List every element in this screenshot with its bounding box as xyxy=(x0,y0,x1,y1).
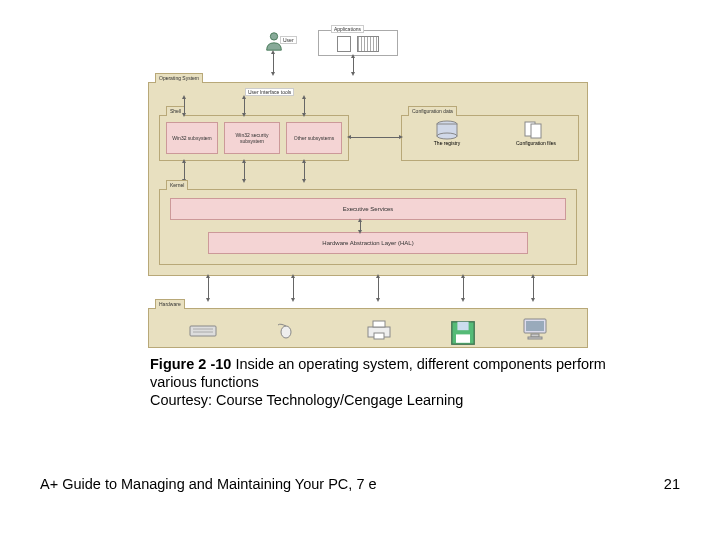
footer-book-title: A+ Guide to Managing and Maintaining You… xyxy=(40,476,377,492)
figure-caption: Figure 2 -10 Inside an operating system,… xyxy=(150,355,640,409)
hal-box: Hardware Abstraction Layer (HAL) xyxy=(208,232,528,254)
svg-rect-14 xyxy=(457,322,468,330)
operating-system-panel: Operating System User Interface tools Sh… xyxy=(148,82,588,276)
shell-panel: Shell Win32 subsystem Win32 security sub… xyxy=(159,115,349,161)
svg-point-0 xyxy=(270,33,277,40)
printer-icon xyxy=(365,319,393,339)
kernel-tab: Kernel xyxy=(166,180,188,190)
svg-rect-11 xyxy=(373,321,385,327)
monitor-icon xyxy=(521,317,549,337)
kernel-panel: Kernel Executive Services Hardware Abstr… xyxy=(159,189,577,265)
config-files-box: Configuration files xyxy=(498,120,574,156)
figure-courtesy: Courtesy: Course Technology/Cengage Lear… xyxy=(150,392,463,408)
config-panel: Configuration data The registry Configur… xyxy=(401,115,579,161)
shell-config-link xyxy=(350,137,400,138)
ui-tools-label: User Interface tools xyxy=(245,88,294,96)
applications-box: Applications xyxy=(318,30,398,56)
svg-rect-17 xyxy=(526,321,544,331)
user-label: User xyxy=(280,36,297,44)
svg-rect-6 xyxy=(190,326,216,336)
os-panel-tab: Operating System xyxy=(155,73,203,83)
registry-box: The registry xyxy=(412,120,482,156)
executive-services: Executive Services xyxy=(170,198,566,220)
hardware-panel: Hardware xyxy=(148,308,588,348)
applications-label: Applications xyxy=(331,25,364,33)
config-tab: Configuration data xyxy=(408,106,457,116)
svg-point-9 xyxy=(281,326,291,338)
os-layers-diagram: User Applications Operating System User … xyxy=(148,30,588,350)
svg-rect-19 xyxy=(528,337,542,339)
shell-win32: Win32 subsystem xyxy=(166,122,218,154)
svg-rect-12 xyxy=(374,333,384,339)
svg-point-3 xyxy=(437,133,457,139)
keyboard-icon xyxy=(189,323,217,343)
svg-rect-5 xyxy=(531,124,541,138)
hardware-tab: Hardware xyxy=(155,299,185,309)
svg-rect-15 xyxy=(456,334,470,342)
figure-number: Figure 2 -10 xyxy=(150,356,235,372)
shell-security: Win32 security subsystem xyxy=(224,122,280,154)
mouse-icon xyxy=(277,323,295,343)
config-files-label: Configuration files xyxy=(498,140,574,146)
floppy-icon xyxy=(449,319,477,339)
footer-page-number: 21 xyxy=(664,476,680,492)
shell-other: Other subsystems xyxy=(286,122,342,154)
registry-label: The registry xyxy=(412,140,482,146)
